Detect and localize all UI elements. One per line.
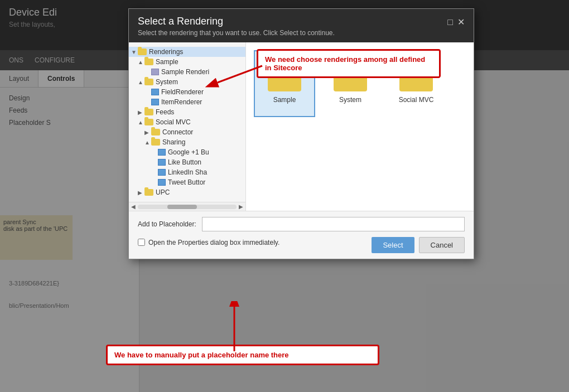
- minimize-button[interactable]: □: [447, 18, 453, 27]
- svg-line-1: [218, 66, 262, 83]
- select-rendering-modal: Select a Rendering Select the rendering …: [128, 8, 474, 259]
- folder-card-label-system: System: [339, 96, 361, 104]
- tree-label-upc: UPC: [156, 188, 170, 196]
- tree-item-feeds[interactable]: ▶ Feeds: [129, 107, 245, 117]
- modal-subtitle: Select the rendering that you want to us…: [138, 29, 335, 37]
- tree-arrow-upc: ▶: [138, 190, 144, 196]
- close-button[interactable]: ✕: [457, 18, 465, 27]
- checkbox-row: Open the Properties dialog box immediate…: [138, 239, 279, 246]
- callout-top-text: We need choose renderings among all defi…: [265, 55, 425, 72]
- folder-icon-renderings: [138, 49, 147, 55]
- tree-label-sample: Sample: [156, 58, 179, 66]
- folder-card-label-social-mvc: Social MVC: [399, 96, 434, 104]
- component-icon-linkedinsha: [158, 169, 166, 176]
- tree-label-tweetbutton: Tweet Buttor: [168, 178, 205, 186]
- scroll-track[interactable]: [138, 205, 237, 209]
- tree-label-google1b: Google +1 Bu: [168, 148, 209, 156]
- tree-arrow-renderings: ▼: [131, 49, 138, 55]
- tree-arrow-feeds: ▶: [138, 109, 144, 115]
- tree-label-renderings: Renderings: [149, 48, 183, 56]
- tree-item-likebutton[interactable]: Like Button: [129, 157, 245, 167]
- tree-label-itemrenderer: ItemRenderer: [161, 98, 202, 106]
- folder-icon-sample: [144, 59, 153, 65]
- tree-label-system: System: [156, 78, 178, 86]
- checkbox-label: Open the Properties dialog box immediate…: [148, 239, 279, 246]
- modal-title: Select a Rendering: [138, 16, 335, 27]
- properties-checkbox[interactable]: [138, 239, 145, 246]
- callout-bottom-text: We have to manually put a placeholder na…: [114, 351, 289, 359]
- tree-arrow-sample: ▲: [138, 59, 144, 65]
- tree-arrow-sharing: ▲: [144, 139, 151, 146]
- scroll-right-arrow[interactable]: ▶: [239, 204, 243, 210]
- tree-item-connector[interactable]: ▶ Connector: [129, 127, 245, 137]
- modal-footer: Add to Placeholder: Open the Properties …: [129, 211, 474, 259]
- tree-item-linkedinsha[interactable]: LinkedIn Sha: [129, 167, 245, 177]
- tree-scrollbar[interactable]: ◀ ▶: [129, 202, 245, 211]
- component-icon-sample-rendering: [151, 69, 159, 75]
- tree-label-connector: Connector: [162, 128, 193, 136]
- modal-header-controls: □ ✕: [447, 18, 465, 27]
- modal-header-left: Select a Rendering Select the rendering …: [138, 16, 335, 37]
- tree-label-linkedinsha: LinkedIn Sha: [168, 168, 207, 176]
- folder-icon-upc: [144, 189, 153, 196]
- placeholder-row: Add to Placeholder:: [138, 217, 465, 231]
- folder-icon-feeds: [144, 109, 153, 115]
- tree-label-social-mvc: Social MVC: [156, 118, 191, 126]
- component-icon-google1b: [158, 149, 166, 156]
- tree-arrow-connector: ▶: [144, 129, 151, 135]
- arrow-bottom: [218, 301, 251, 357]
- folder-icon-connector: [151, 129, 160, 135]
- tree-item-tweetbutton[interactable]: Tweet Buttor: [129, 177, 245, 187]
- callout-top: We need choose renderings among all defi…: [257, 49, 441, 78]
- button-row: Select Cancel: [372, 237, 465, 253]
- tree-arrow-system: ▲: [138, 79, 144, 85]
- component-icon-itemrenderer: [151, 99, 159, 105]
- folder-icon-social-mvc: [144, 119, 153, 125]
- tree-label-likebutton: Like Button: [168, 158, 201, 166]
- tree-item-social-mvc[interactable]: ▲ Social MVC: [129, 117, 245, 127]
- tree-item-itemrenderer[interactable]: ItemRenderer: [129, 97, 245, 107]
- scroll-left-arrow[interactable]: ◀: [131, 204, 136, 210]
- placeholder-input[interactable]: [202, 217, 465, 231]
- tree-item-sharing[interactable]: ▲ Sharing: [129, 137, 245, 147]
- tree-label-sharing: Sharing: [162, 138, 185, 146]
- arrow-top: [201, 49, 268, 94]
- cancel-button[interactable]: Cancel: [419, 237, 465, 253]
- tree-arrow-social-mvc: ▲: [138, 119, 144, 125]
- placeholder-label: Add to Placeholder:: [138, 220, 196, 228]
- tree-item-upc[interactable]: ▶ UPC: [129, 187, 245, 197]
- folder-card-label-sample: Sample: [273, 96, 296, 104]
- select-button[interactable]: Select: [372, 237, 414, 253]
- folder-icon-sharing: [151, 139, 160, 146]
- component-icon-tweetbutton: [158, 179, 166, 186]
- modal-header: Select a Rendering Select the rendering …: [129, 9, 474, 42]
- tree-label-feeds: Feeds: [156, 108, 174, 116]
- component-icon-likebutton: [158, 159, 166, 166]
- folder-icon-system: [144, 79, 153, 85]
- tree-label-fieldrenderer: FieldRenderer: [161, 88, 204, 96]
- tree-item-google1b[interactable]: Google +1 Bu: [129, 147, 245, 157]
- component-icon-fieldrenderer: [151, 89, 159, 95]
- scroll-thumb: [167, 205, 197, 209]
